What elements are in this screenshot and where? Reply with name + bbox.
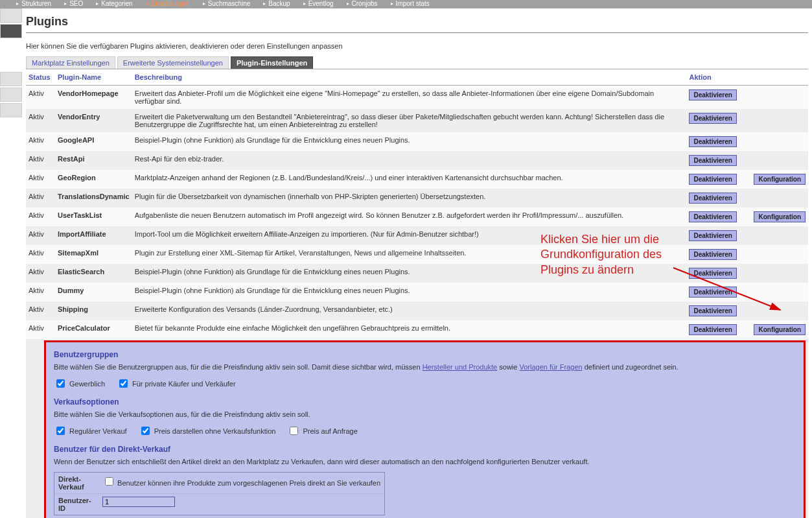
cell-name: ElasticSearch (55, 264, 132, 283)
cell-action: Deaktivieren (686, 86, 751, 110)
topnav-item[interactable]: ▸Cronjobs (340, 0, 384, 8)
cell-desc: Marktplatz-Anzeigen anhand der Regionen … (132, 170, 687, 189)
cell-status: Aktiv (26, 189, 55, 207)
topnav-item[interactable]: ▸Einstellungen (139, 0, 196, 8)
tab[interactable]: Erweiterte Systemeinstellungen (117, 56, 229, 69)
config-button[interactable]: Konfiguration (754, 324, 806, 335)
chk-onrequest-input[interactable] (290, 427, 298, 435)
topnav-item[interactable]: ▸Suchmaschine (196, 0, 257, 8)
link-templates[interactable]: Vorlagen für Fragen (519, 363, 582, 371)
arrow-icon: ▸ (203, 0, 205, 8)
th-status[interactable]: Status (26, 69, 55, 86)
arrow-icon: ▸ (263, 0, 266, 8)
topnav-item[interactable]: ▸Eventlog (297, 0, 340, 8)
chk-regular[interactable]: Regulärer Verkauf (54, 425, 127, 437)
th-name[interactable]: Plugin-Name (55, 69, 132, 86)
cell-name: SitemapXml (55, 245, 132, 264)
cell-name: GeoRegion (55, 170, 132, 189)
cell-desc: Beispiel-Plugin (ohne Funktion) als Grun… (132, 132, 687, 151)
chk-commercial-input[interactable] (56, 379, 65, 388)
chk-direct[interactable]: Benutzer können ihre Produkte zum vorges… (102, 479, 380, 487)
chk-commercial[interactable]: Gewerblich (54, 377, 105, 390)
table-row: AktivGeoRegionMarktplatz-Anzeigen anhand… (26, 170, 808, 189)
chk-private-input[interactable] (119, 379, 128, 388)
table-row: AktivVendorEntryErweitert die Paketverwa… (26, 109, 808, 132)
config-panel: BenutzergruppenBitte wählen Sie die Benu… (44, 340, 806, 518)
cell-action: Deaktivieren (686, 226, 751, 245)
chk-nosale-input[interactable] (141, 427, 150, 435)
cell-status: Aktiv (26, 132, 55, 151)
tab[interactable]: Plugin-Einstellungen (231, 56, 313, 69)
sidebar-slot[interactable] (0, 103, 22, 117)
deactivate-button[interactable]: Deaktivieren (689, 287, 736, 298)
config-h-usergroups: Benutzergruppen (54, 350, 796, 359)
tab[interactable]: Marktplatz Einstellungen (26, 56, 115, 69)
link-products[interactable]: Hersteller und Produkte (423, 363, 498, 371)
cell-status: Aktiv (26, 283, 55, 301)
cell-action: Deaktivieren (686, 264, 751, 283)
table-row: AktivImportAffiliateImport-Tool um die M… (26, 226, 808, 245)
arrow-icon: ▸ (391, 0, 393, 8)
deactivate-button[interactable]: Deaktivieren (689, 230, 736, 241)
cell-desc: Aufgabenliste die neuen Benutzern automa… (132, 207, 687, 226)
cell-action: Deaktivieren (686, 207, 751, 226)
page-title: Plugins (26, 15, 808, 33)
th-config (751, 69, 808, 86)
cell-status: Aktiv (26, 245, 55, 264)
deactivate-button[interactable]: Deaktivieren (689, 193, 736, 204)
deactivate-button[interactable]: Deaktivieren (689, 89, 736, 100)
config-panel-row: BenutzergruppenBitte wählen Sie die Benu… (26, 339, 808, 518)
cell-status: Aktiv (26, 170, 55, 189)
deactivate-button[interactable]: Deaktivieren (689, 174, 736, 185)
sidebar-slot[interactable] (0, 88, 22, 102)
cell-config (751, 151, 808, 170)
deactivate-button[interactable]: Deaktivieren (689, 249, 736, 260)
cell-desc: Erweiterte Konfiguration des Versands (L… (132, 301, 687, 320)
config-button[interactable]: Konfiguration (754, 174, 806, 185)
cell-name: TranslationsDynamic (55, 189, 132, 207)
deactivate-button[interactable]: Deaktivieren (689, 155, 736, 166)
config-p-saleopts: Bitte wählen Sie die Verkaufsoptionen au… (54, 410, 796, 418)
cell-status: Aktiv (26, 109, 55, 132)
sidebar-slot-active[interactable] (0, 24, 22, 38)
deactivate-button[interactable]: Deaktivieren (689, 113, 736, 124)
sidebar-slot[interactable] (0, 72, 22, 86)
th-desc[interactable]: Beschreibung (132, 69, 687, 86)
cell-action: Deaktivieren (686, 109, 751, 132)
deactivate-button[interactable]: Deaktivieren (689, 136, 736, 147)
cell-name: VendorHomepage (55, 86, 132, 110)
th-action[interactable]: Aktion (686, 69, 751, 86)
deactivate-button[interactable]: Deaktivieren (689, 211, 736, 222)
table-row: AktivVendorHomepageErweitert das Anbiete… (26, 86, 808, 110)
cell-action: Deaktivieren (686, 151, 751, 170)
topnav-item[interactable]: ▸SEO (58, 0, 89, 8)
config-h-saleopts: Verkaufsoptionen (54, 397, 796, 406)
cell-desc: Beispiel-Plugin (ohne Funktion) als Grun… (132, 264, 687, 283)
topnav-item[interactable]: ▸Import stats (384, 0, 436, 8)
cell-desc: Erweitert das Anbieter-Profil um die Mög… (132, 86, 687, 110)
deactivate-button[interactable]: Deaktivieren (689, 305, 736, 316)
arrow-icon: ▸ (16, 0, 19, 8)
topnav-item[interactable]: ▸Strukturen (10, 0, 58, 8)
plugin-table: Status Plugin-Name Beschreibung Aktion A… (26, 69, 808, 518)
userid-input[interactable] (102, 497, 175, 507)
chk-onrequest[interactable]: Preis auf Anfrage (287, 425, 357, 437)
table-row: AktivUserTaskListAufgabenliste die neuen… (26, 207, 808, 226)
chk-nosale[interactable]: Preis darstellen ohne Verkaufsfunktion (139, 425, 276, 437)
chk-private[interactable]: Für private Käufer und Verkäufer (117, 377, 236, 390)
sidebar-slot[interactable] (0, 8, 22, 23)
config-button[interactable]: Konfiguration (754, 211, 806, 222)
chk-direct-input[interactable] (105, 477, 113, 486)
cell-name: VendorEntry (55, 109, 132, 132)
lbl-userid: Benutzer-ID (54, 494, 99, 515)
deactivate-button[interactable]: Deaktivieren (689, 324, 736, 335)
topnav-item[interactable]: ▸Backup (257, 0, 296, 8)
cell-desc: Bietet für bekannte Produkte eine einfac… (132, 320, 687, 339)
chk-regular-input[interactable] (56, 427, 65, 435)
cell-status: Aktiv (26, 207, 55, 226)
cell-status: Aktiv (26, 226, 55, 245)
table-row: AktivDummyBeispiel-Plugin (ohne Funktion… (26, 283, 808, 301)
deactivate-button[interactable]: Deaktivieren (689, 268, 736, 279)
table-row: AktivGoogleAPIBeispiel-Plugin (ohne Funk… (26, 132, 808, 151)
topnav-item[interactable]: ▸Kategorien (89, 0, 139, 8)
